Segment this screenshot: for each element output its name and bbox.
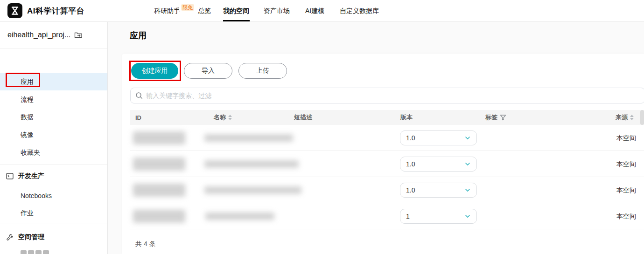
wrench-icon [6, 233, 14, 241]
source-cell: 本空间 [616, 203, 636, 229]
sort-icon[interactable] [630, 115, 634, 120]
redacted-name [205, 213, 274, 220]
col-name: 名称 [214, 110, 232, 125]
nav-ai-modeling[interactable]: AI建模 [305, 0, 324, 21]
sidebar-item-workflows[interactable]: 流程 [0, 91, 107, 108]
import-button[interactable]: 导入 [184, 63, 232, 79]
nav-overview[interactable]: 总览 [198, 0, 211, 21]
create-application-button[interactable]: 创建应用 [131, 63, 178, 79]
table-header: ID 名称 短描述 版本 标签 来源 [130, 110, 644, 125]
app-title: AI科学计算平台 [27, 6, 84, 16]
active-tab-underline [223, 20, 250, 21]
nav-custom-database[interactable]: 自定义数据库 [340, 0, 379, 21]
section-dev-production: 开发生产 [0, 170, 107, 183]
sort-icon[interactable] [228, 115, 232, 120]
main-content: 应用 创建应用 导入 上传 ID 名称 短描述 [108, 22, 644, 254]
limited-free-badge: 限免 [181, 4, 194, 11]
col-id: ID [135, 110, 141, 125]
sidebar-item-applications[interactable]: 应用 [0, 73, 107, 90]
redacted-id [133, 158, 185, 171]
col-tags: 标签 [485, 110, 506, 125]
col-source: 来源 [616, 110, 634, 125]
page-title: 应用 [130, 30, 147, 41]
section-space-management: 空间管理 [0, 231, 107, 244]
upload-button[interactable]: 上传 [238, 63, 287, 79]
project-selector[interactable]: eihealth_api_proj... [0, 22, 107, 48]
search-bar[interactable] [130, 88, 644, 103]
sidebar-item-data[interactable]: 数据 [0, 109, 107, 126]
redacted-name [204, 186, 301, 194]
sidebar: eihealth_api_proj... 空间资产 应用 流程 数据 镜像 收藏… [0, 22, 108, 254]
version-dropdown[interactable]: 1.0 [400, 157, 477, 172]
sidebar-divider [0, 224, 107, 224]
switch-project-icon[interactable] [74, 31, 83, 39]
version-dropdown[interactable]: 1.0 [400, 183, 477, 198]
table-row: 1.0 本空间 [130, 125, 644, 151]
app-window: AI科学计算平台 科研助手限免 总览 我的空间 资产市场 AI建模 自定义数据库… [0, 0, 644, 254]
redacted-id [133, 210, 185, 223]
nav-research-assistant[interactable]: 科研助手限免 [154, 0, 194, 21]
brand: AI科学计算平台 [7, 3, 84, 18]
applications-card: 创建应用 导入 上传 ID 名称 短描述 版本 [122, 54, 644, 254]
sidebar-item-images[interactable]: 镜像 [0, 126, 107, 144]
chevron-down-icon [464, 187, 471, 193]
table-row: 1.0 本空间 [130, 151, 644, 177]
sidebar-item-partial [21, 250, 53, 254]
source-cell: 本空间 [616, 177, 636, 203]
chevron-down-icon [464, 161, 471, 167]
project-name: eihealth_api_proj... [7, 31, 70, 39]
sidebar-item-jobs[interactable]: 作业 [0, 205, 107, 222]
table-row: 1.0 本空间 [130, 177, 644, 203]
source-cell: 本空间 [616, 125, 636, 151]
source-cell: 本空间 [616, 151, 636, 177]
nav-asset-market[interactable]: 资产市场 [264, 0, 290, 21]
chevron-down-icon [464, 135, 471, 141]
table-body: 1.0 本空间 1.0 本空间 [130, 125, 644, 229]
redacted-name [204, 160, 299, 168]
version-dropdown[interactable]: 1.0 [400, 130, 477, 145]
redacted-id [133, 184, 185, 197]
chevron-down-icon [464, 213, 471, 220]
hourglass-logo-icon [7, 3, 22, 18]
redacted-name [204, 134, 293, 142]
search-input[interactable] [146, 92, 640, 99]
table-row: 1 本空间 [130, 203, 644, 229]
sidebar-item-favorites[interactable]: 收藏夹 [0, 144, 107, 161]
version-dropdown[interactable]: 1 [400, 209, 477, 224]
col-version: 版本 [400, 110, 413, 125]
scrollbar-thumb[interactable] [640, 110, 644, 125]
col-description: 短描述 [294, 110, 312, 125]
top-bar: AI科学计算平台 科研助手限免 总览 我的空间 资产市场 AI建模 自定义数据库 [0, 0, 644, 22]
search-icon [135, 92, 143, 99]
filter-icon[interactable] [500, 114, 506, 121]
row-count-summary: 共 4 条 [135, 240, 156, 248]
sidebar-item-notebooks[interactable]: Notebooks [0, 187, 107, 205]
sidebar-divider [0, 165, 107, 165]
redacted-id [133, 131, 185, 144]
nav-my-space[interactable]: 我的空间 [223, 0, 249, 21]
terminal-icon [6, 172, 14, 180]
